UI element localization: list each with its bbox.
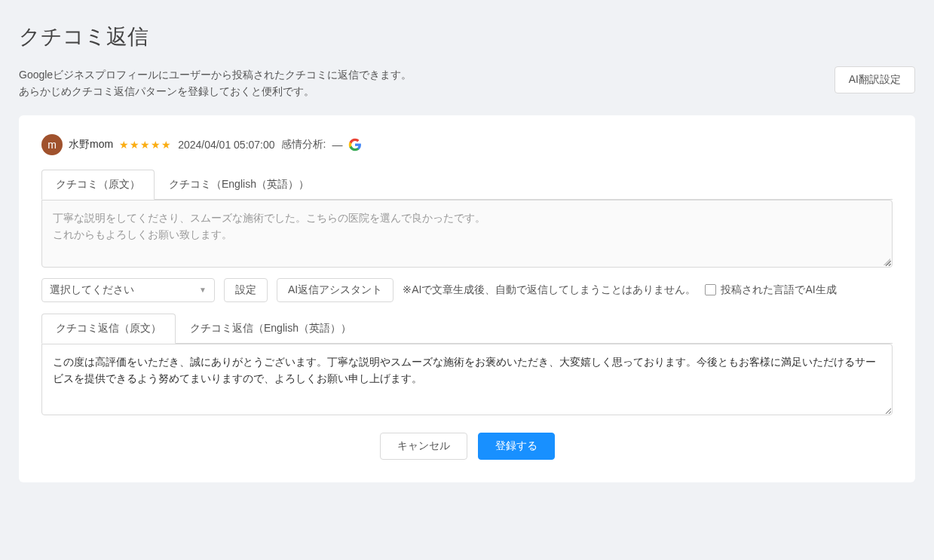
pattern-select[interactable]: 選択してください ▼: [41, 278, 215, 302]
settings-button[interactable]: 設定: [224, 278, 268, 302]
page-title: クチコミ返信: [19, 23, 915, 51]
google-icon: [348, 138, 362, 151]
controls-row: 選択してください ▼ 設定 AI返信アシスタント ※AIで文章生成後、自動で返信…: [41, 278, 893, 302]
cancel-button[interactable]: キャンセル: [380, 433, 467, 460]
ai-reply-assistant-button[interactable]: AI返信アシスタント: [277, 278, 394, 302]
ai-generate-in-posted-language-checkbox[interactable]: 投稿された言語でAI生成: [705, 283, 836, 297]
ai-translate-settings-button[interactable]: AI翻訳設定: [834, 66, 915, 93]
review-tabs: クチコミ（原文） クチコミ（English（英語））: [41, 169, 893, 200]
review-card: m 水野mom ★★★★★ 2024/04/01 05:07:00 感情分析: …: [19, 115, 915, 482]
reviewer-name: 水野mom: [69, 138, 113, 151]
star-rating: ★★★★★: [119, 139, 172, 151]
tab-reply-english[interactable]: クチコミ返信（English（英語））: [176, 314, 366, 344]
tab-review-english[interactable]: クチコミ（English（英語））: [155, 170, 323, 200]
sentiment-label: 感情分析:: [281, 138, 326, 151]
description-line-2: あらかじめクチコミ返信パターンを登録しておくと便利です。: [19, 83, 412, 99]
review-timestamp: 2024/04/01 05:07:00: [178, 139, 274, 151]
submit-button[interactable]: 登録する: [478, 433, 555, 460]
chevron-down-icon: ▼: [199, 286, 207, 294]
checkbox-label: 投稿された言語でAI生成: [721, 283, 836, 297]
footer-buttons: キャンセル 登録する: [41, 433, 893, 460]
select-placeholder: 選択してください: [50, 283, 134, 297]
reply-textarea[interactable]: [41, 344, 893, 415]
tab-review-original[interactable]: クチコミ（原文）: [41, 170, 155, 200]
review-header: m 水野mom ★★★★★ 2024/04/01 05:07:00 感情分析: …: [41, 134, 893, 155]
checkbox-icon: [705, 284, 716, 295]
ai-note: ※AIで文章生成後、自動で返信してしまうことはありません。: [403, 283, 696, 297]
sentiment-value: —: [332, 139, 342, 151]
description-line-1: Googleビジネスプロフィールにユーザーから投稿されたクチコミに返信できます。: [19, 66, 412, 83]
tab-reply-original[interactable]: クチコミ返信（原文）: [41, 314, 176, 344]
page-description: Googleビジネスプロフィールにユーザーから投稿されたクチコミに返信できます。…: [19, 66, 412, 100]
review-text: 丁寧な説明をしてくださり、スムーズな施術でした。こちらの医院を選んで良かったです…: [41, 200, 893, 268]
reply-tabs: クチコミ返信（原文） クチコミ返信（English（英語））: [41, 313, 893, 344]
avatar: m: [41, 134, 63, 155]
